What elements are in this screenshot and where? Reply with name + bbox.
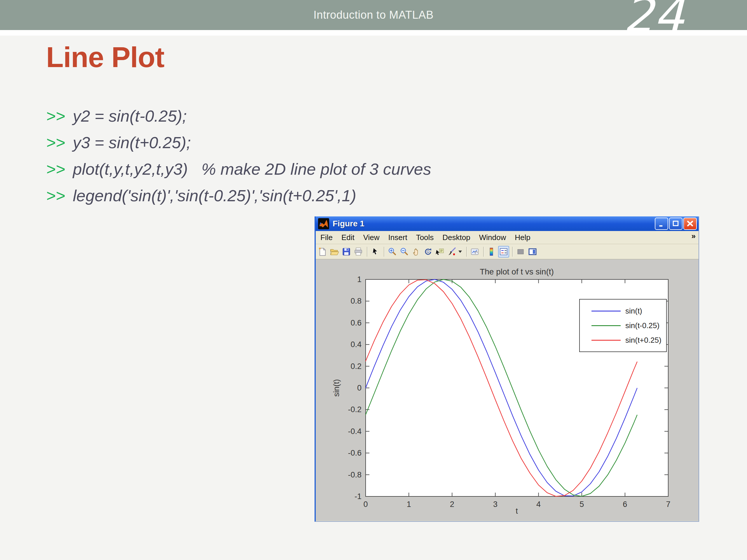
y-tick-label: 0: [357, 383, 362, 392]
print-figure-button[interactable]: [353, 246, 364, 258]
menu-bar: File Edit View Insert Tools Desktop Wind…: [316, 231, 699, 244]
code-text: legend('sin(t)','sin(t-0.25)','sin(t+0.2…: [73, 186, 356, 205]
menu-item-insert[interactable]: Insert: [388, 233, 407, 242]
code-text: y3 = sin(t+0.25);: [73, 133, 191, 152]
menu-item-view[interactable]: View: [363, 233, 380, 242]
colorbar-icon: [487, 247, 496, 257]
y-tick-label: 0.8: [351, 297, 362, 305]
x-tick-label: 2: [450, 500, 454, 509]
data-cursor-icon: [435, 247, 445, 257]
slide-title: Line Plot: [46, 41, 164, 74]
brush-icon: [447, 247, 457, 257]
y-tick-label: 1: [357, 275, 362, 284]
y-tick-label: 0.2: [351, 362, 362, 371]
menu-item-file[interactable]: File: [320, 233, 333, 242]
brush-dropdown-icon[interactable]: [458, 250, 462, 253]
pan-button[interactable]: [411, 246, 422, 258]
brush-data-button[interactable]: [446, 246, 458, 258]
code-prompt: >>: [46, 107, 65, 125]
new-file-button[interactable]: [317, 246, 328, 258]
header-divider: [0, 30, 747, 35]
insert-colorbar-button[interactable]: [486, 246, 497, 258]
zoom-in-button[interactable]: [387, 246, 398, 258]
toolbar-separator: [367, 247, 368, 257]
x-tick-label: 7: [666, 500, 670, 509]
x-tick-label: 1: [407, 500, 411, 509]
window-titlebar[interactable]: Figure 1: [316, 216, 699, 231]
code-line: >>plot(t,y,t,y2,t,y3) % make 2D line plo…: [46, 156, 431, 182]
legend-label: sin(t): [625, 306, 642, 316]
menu-item-tools[interactable]: Tools: [416, 233, 434, 242]
toolbar: [316, 244, 699, 259]
close-button[interactable]: [684, 218, 697, 230]
slide-header: Introduction to MATLAB 24: [0, 0, 747, 30]
insert-legend-button[interactable]: [498, 246, 509, 258]
data-cursor-button[interactable]: [435, 246, 445, 258]
plot-legend: sin(t) sin(t-0.25) sin(t+0.25): [579, 299, 667, 352]
y-tick-label: -0.6: [348, 449, 362, 457]
save-figure-button[interactable]: [341, 246, 352, 258]
toolbar-separator: [384, 247, 385, 257]
y-tick-label: -0.2: [348, 405, 362, 414]
y-tick-label: 0.6: [351, 319, 362, 327]
y-tick-label: -0.4: [348, 427, 362, 436]
legend-line-sample: [591, 340, 621, 341]
print-icon: [354, 247, 363, 257]
rotate-3d-button[interactable]: [422, 246, 434, 258]
menu-item-edit[interactable]: Edit: [341, 233, 355, 242]
plot-title: The plot of t vs sin(t): [480, 267, 554, 276]
edit-plot-button[interactable]: [370, 246, 381, 258]
minimize-button[interactable]: [655, 218, 668, 230]
maximize-button[interactable]: [669, 218, 682, 230]
save-icon: [342, 247, 351, 257]
legend-entry: sin(t): [580, 303, 666, 318]
zoom-out-button[interactable]: [398, 246, 410, 258]
legend-line-sample: [591, 311, 621, 312]
figure-canvas: 01234567-1-0.8-0.6-0.4-0.200.20.40.60.81…: [316, 259, 699, 521]
zoom-in-icon: [387, 247, 397, 257]
show-plot-tools-button[interactable]: [527, 246, 538, 258]
legend-label: sin(t-0.25): [625, 321, 660, 330]
x-tick-label: 5: [579, 500, 584, 509]
code-line: >>y2 = sin(t-0.25);: [46, 103, 431, 129]
menu-item-window[interactable]: Window: [479, 233, 506, 242]
presentation-slide: Introduction to MATLAB 24 Line Plot >>y2…: [0, 0, 747, 560]
close-icon: [686, 220, 694, 228]
toolbar-separator: [483, 247, 484, 257]
hide-plot-tools-icon: [516, 247, 525, 257]
y-tick-label: -0.8: [348, 471, 362, 479]
line-plot: 01234567-1-0.8-0.6-0.4-0.200.20.40.60.81…: [316, 259, 699, 521]
matlab-logo-icon: [318, 218, 329, 229]
code-prompt: >>: [46, 133, 65, 152]
legend-line-sample: [591, 325, 621, 326]
code-text: plot(t,y,t,y2,t,y3) % make 2D line plot …: [73, 160, 431, 178]
menu-overflow-icon[interactable]: »: [692, 232, 696, 241]
rotate-3d-icon: [423, 247, 433, 257]
hide-plot-tools-button[interactable]: [515, 246, 526, 258]
code-prompt: >>: [46, 160, 65, 178]
toolbar-separator: [512, 247, 513, 257]
link-plots-button[interactable]: [469, 246, 480, 258]
new-file-icon: [318, 247, 327, 257]
zoom-out-icon: [400, 247, 409, 257]
menu-item-desktop[interactable]: Desktop: [442, 233, 470, 242]
legend-entry: sin(t+0.25): [580, 333, 666, 347]
x-tick-label: 0: [363, 500, 368, 509]
code-text: y2 = sin(t-0.25);: [73, 107, 187, 125]
y-tick-label: -1: [355, 492, 362, 501]
code-block: >>y2 = sin(t-0.25); >>y3 = sin(t+0.25); …: [46, 103, 431, 209]
page-number: 24: [623, 0, 684, 30]
insert-legend-icon: [499, 247, 508, 257]
window-controls: [655, 218, 697, 230]
menu-item-help[interactable]: Help: [515, 233, 530, 242]
code-line: >>legend('sin(t)','sin(t-0.25)','sin(t+0…: [46, 182, 431, 209]
y-tick-label: 0.4: [351, 340, 362, 349]
figure-window: Figure 1 File Edit View Insert Tools Des…: [314, 216, 699, 522]
legend-entry: sin(t-0.25): [580, 318, 666, 333]
x-axis-label: t: [516, 507, 518, 515]
link-plots-icon: [470, 247, 480, 257]
open-file-button[interactable]: [329, 246, 340, 258]
open-folder-icon: [330, 247, 339, 257]
code-prompt: >>: [46, 186, 65, 205]
y-axis-label: sin(t): [332, 379, 341, 397]
